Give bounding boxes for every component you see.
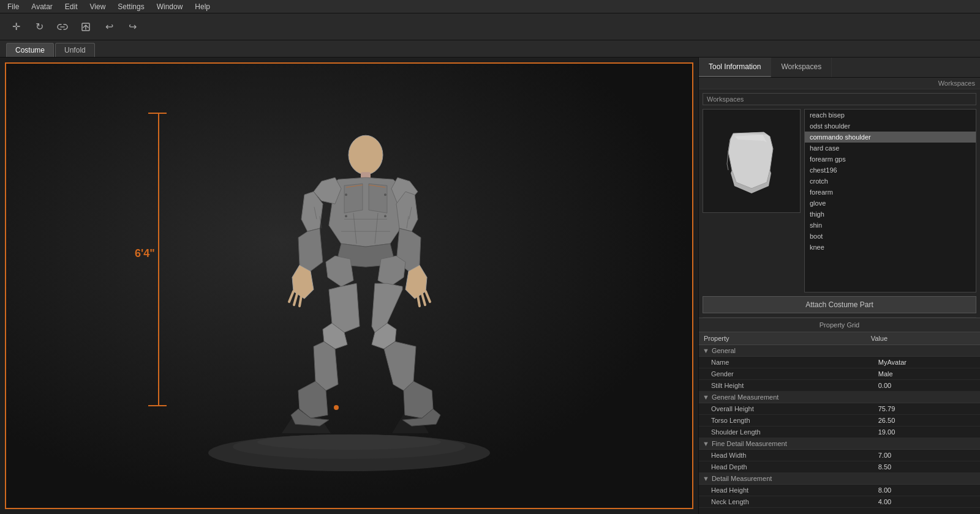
menu-view[interactable]: View (88, 2, 108, 11)
workspace-list-item[interactable]: forearm (805, 187, 976, 198)
workspace-list-item[interactable]: reach bisep (805, 110, 976, 121)
property-row: Shoulder Length19.00 (699, 426, 980, 438)
workspaces-sublabel: Workspaces (699, 78, 980, 89)
workspace-list-item[interactable]: commando shoulder (805, 132, 976, 143)
property-value: 0.00 (866, 380, 980, 392)
workspace-list-item[interactable]: odst shoulder (805, 121, 976, 132)
property-row: Head Width7.00 (699, 450, 980, 461)
height-line-bottom (148, 405, 167, 406)
workspace-preview (703, 109, 801, 213)
workspace-list-item[interactable]: boot (805, 231, 976, 242)
attach-costume-part-button[interactable]: Attach Costume Part (703, 296, 976, 313)
property-value: 8.50 (866, 461, 980, 473)
viewport[interactable]: 6'4" (5, 62, 693, 509)
property-name: Torso Length (699, 415, 866, 426)
property-name: Shoulder Length (699, 426, 866, 438)
menu-settings[interactable]: Settings (115, 2, 146, 11)
property-group-row[interactable]: ▼General (699, 345, 980, 357)
menu-avatar[interactable]: Avatar (29, 2, 55, 11)
property-value: 4.00 (866, 496, 980, 508)
workspaces-section: Workspaces reach bisepodst (699, 89, 980, 317)
property-row: Head Depth8.50 (699, 461, 980, 473)
tabbar: Costume Unfold (0, 40, 980, 58)
property-name: Stilt Height (699, 380, 866, 392)
property-name: Head Width (699, 450, 866, 461)
property-value: Male (866, 368, 980, 380)
property-data-table: Property Value ▼GeneralNameMyAvatarGende… (699, 332, 980, 508)
workspace-list[interactable]: reach bisepodst shouldercommando shoulde… (804, 109, 976, 292)
property-value: MyAvatar (866, 357, 980, 368)
menu-help[interactable]: Help (192, 2, 213, 11)
right-panel: Tool Information Workspaces Workspaces W… (698, 58, 980, 514)
refresh-button[interactable]: ↻ (29, 17, 49, 37)
property-grid-section: Property Grid Property Value ▼GeneralNam… (699, 318, 980, 514)
preview-svg (715, 121, 788, 201)
col-value: Value (866, 332, 980, 345)
col-property: Property (699, 332, 866, 345)
svg-point-1 (349, 135, 383, 174)
tab-unfold[interactable]: Unfold (55, 43, 95, 57)
property-row: GenderMale (699, 368, 980, 380)
svg-point-5 (345, 215, 347, 217)
tab-workspaces[interactable]: Workspaces (771, 58, 832, 77)
workspace-list-item[interactable]: chest196 (805, 165, 976, 176)
avatar-figure (255, 121, 464, 464)
workspaces-header-label: Workspaces (703, 93, 976, 105)
property-value: 19.00 (866, 426, 980, 438)
property-row: NameMyAvatar (699, 357, 980, 368)
property-name: Gender (699, 368, 866, 380)
menu-edit[interactable]: Edit (62, 2, 80, 11)
svg-point-3 (345, 193, 347, 196)
workspace-list-item[interactable]: knee (805, 242, 976, 253)
svg-point-6 (384, 215, 386, 217)
workspace-list-item[interactable]: shin (805, 220, 976, 231)
svg-point-4 (384, 193, 386, 196)
export-button[interactable] (76, 17, 96, 37)
property-table[interactable]: Property Value ▼GeneralNameMyAvatarGende… (699, 332, 980, 514)
property-group-row[interactable]: ▼Fine Detail Measurement (699, 438, 980, 450)
main-area: 6'4" (0, 58, 980, 514)
move-button[interactable]: ✛ (6, 17, 26, 37)
workspaces-content: reach bisepodst shouldercommando shoulde… (703, 109, 976, 292)
toolbar: ✛ ↻ ↩ ↪ (0, 13, 980, 40)
menu-window[interactable]: Window (154, 2, 186, 11)
height-line-top (148, 113, 167, 114)
property-name: Neck Length (699, 496, 866, 508)
tab-costume[interactable]: Costume (6, 43, 54, 57)
redo-button[interactable]: ↪ (123, 17, 142, 37)
menu-file[interactable]: File (5, 2, 21, 11)
property-group-row[interactable]: ▼General Measurement (699, 392, 980, 403)
property-row: Head Height8.00 (699, 485, 980, 496)
height-line-vertical (158, 113, 159, 406)
property-name: Overall Height (699, 403, 866, 415)
property-value: 26.50 (866, 415, 980, 426)
property-row: Torso Length26.50 (699, 415, 980, 426)
menubar: File Avatar Edit View Settings Window He… (0, 0, 980, 13)
property-value: 75.79 (866, 403, 980, 415)
avatar-svg (255, 121, 464, 464)
workspace-list-item[interactable]: hard case (805, 143, 976, 154)
workspace-list-item[interactable]: forearm gps (805, 154, 976, 165)
property-name: Name (699, 357, 866, 368)
workspace-list-item[interactable]: glove (805, 198, 976, 209)
workspace-list-item[interactable]: thigh (805, 209, 976, 220)
property-group-row[interactable]: ▼Detail Measurement (699, 473, 980, 485)
panel-tabs: Tool Information Workspaces (699, 58, 980, 78)
height-label: 6'4" (135, 247, 155, 260)
tab-tool-information[interactable]: Tool Information (699, 58, 771, 77)
property-name: Head Height (699, 485, 866, 496)
property-value: 7.00 (866, 450, 980, 461)
property-name: Head Depth (699, 461, 866, 473)
undo-button[interactable]: ↩ (99, 17, 119, 37)
property-row: Neck Length4.00 (699, 496, 980, 508)
property-value: 8.00 (866, 485, 980, 496)
link-button[interactable] (53, 17, 72, 37)
property-row: Overall Height75.79 (699, 403, 980, 415)
property-grid-title: Property Grid (699, 318, 980, 332)
workspace-list-item[interactable]: crotch (805, 176, 976, 187)
property-row: Stilt Height0.00 (699, 380, 980, 392)
